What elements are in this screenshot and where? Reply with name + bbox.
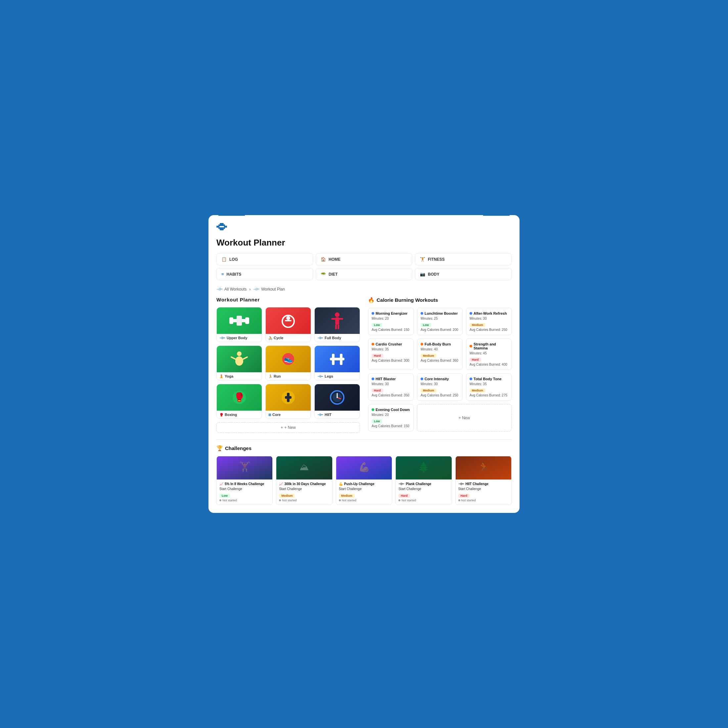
challenge-icon-2: 💪 — [339, 482, 343, 486]
workout-card-cycle[interactable]: 🚴 Cycle — [265, 307, 311, 342]
workout-label-core: ⊞ Core — [266, 411, 311, 419]
diff-badge-8: Medium — [470, 388, 485, 393]
breadcrumb-workout-plan[interactable]: ⊣⊢ Workout Plan — [253, 287, 285, 292]
workout-img-hiit — [315, 384, 360, 411]
calorie-section: 🔥 Calorie Burning Workouts Morning Energ… — [368, 297, 512, 433]
add-calorie-workout-button[interactable]: + New — [417, 404, 512, 431]
workout-label-hiit: ⊣⊢ HIIT — [315, 411, 360, 419]
workout-img-cycle — [266, 307, 311, 334]
svg-text:🏃: 🏃 — [477, 462, 489, 473]
status-dot-1 — [279, 499, 281, 501]
workout-card-core[interactable]: ⊞ Core — [265, 384, 311, 419]
workout-planner-title: Workout Planner — [216, 297, 360, 303]
status-dot-0 — [219, 499, 222, 501]
svg-point-20 — [235, 356, 243, 366]
challenge-img-0: 🏋 — [217, 456, 272, 479]
challenge-card-3[interactable]: 🌲 ⊣⊢ Plank Challenge Start Challenge Har… — [395, 456, 452, 505]
challenge-card-1[interactable]: ⛰ 📈 300k in 30 Days Challenge Start Chal… — [276, 456, 332, 505]
nav-home[interactable]: 🏠 HOME — [316, 253, 412, 265]
svg-rect-17 — [335, 324, 337, 329]
habits-icon: ≡ — [222, 272, 224, 277]
calorie-card-0[interactable]: Morning Energizer Minutes: 20 Low Avg Ca… — [368, 308, 414, 335]
diff-badge-9: Low — [372, 419, 382, 423]
add-workout-button[interactable]: + + New — [216, 422, 360, 433]
challenge-card-4[interactable]: 🏃 ⊣⊢ HIIT Challenge Start Challenge Hard… — [455, 456, 512, 505]
challenge-diff-4: Hard — [458, 494, 470, 498]
dot-2 — [470, 312, 472, 315]
breadcrumb-all-workouts[interactable]: ⊣⊢ All Workouts — [216, 287, 246, 292]
svg-text:🌲: 🌲 — [418, 462, 430, 473]
full-body-icon: ⊣⊢ — [317, 336, 323, 340]
workout-img-full-body — [315, 307, 360, 334]
workout-label-run: 🏃 Run — [266, 372, 311, 380]
challenge-card-0[interactable]: 🏋 📈 5% In 8 Weeks Challenge Start Challe… — [216, 456, 273, 505]
svg-rect-27 — [340, 354, 343, 365]
challenge-card-2[interactable]: 💪 💪 Push-Up Challenge Start Challenge Me… — [336, 456, 392, 505]
workout-card-upper-body[interactable]: ⊣⊢ Upper Body — [216, 307, 262, 342]
workout-card-full-body[interactable]: ⊣⊢ Full Body — [314, 307, 360, 342]
dot-4 — [421, 343, 423, 346]
workout-card-legs[interactable]: ⊣⊢ Legs — [314, 346, 360, 381]
challenge-img-2: 💪 — [336, 456, 392, 479]
challenge-img-1: ⛰ — [276, 456, 332, 479]
diff-badge-6: Hard — [372, 388, 383, 393]
home-icon: 🏠 — [321, 257, 326, 262]
hiit-icon: ⊣⊢ — [317, 413, 323, 417]
workout-label-yoga: 🧘 Yoga — [217, 372, 262, 380]
diet-icon: 🥗 — [321, 272, 326, 277]
diff-badge-0: Low — [372, 323, 382, 327]
calorie-card-9[interactable]: Evening Cool Down Minutes: 20 Low Avg Ca… — [368, 404, 414, 431]
nav-fitness[interactable]: 🏋 FITNESS — [415, 253, 512, 265]
calorie-grid: Morning Energizer Minutes: 20 Low Avg Ca… — [368, 308, 512, 431]
nav-habits[interactable]: ≡ HABITS — [216, 268, 313, 280]
status-dot-3 — [398, 499, 401, 501]
nav-body[interactable]: 📷 BODY — [415, 268, 512, 280]
challenge-icon-0: 📈 — [219, 482, 223, 486]
trophy-icon: 🏆 — [216, 445, 223, 451]
dot-6 — [372, 378, 374, 380]
calorie-card-6[interactable]: HIIT Blaster Minutes: 30 Hard Avg Calori… — [368, 373, 414, 401]
calorie-card-4[interactable]: Full-Body Burn Minutes: 40 Medium Avg Ca… — [417, 338, 463, 370]
log-icon: 📋 — [222, 257, 227, 262]
svg-rect-18 — [338, 324, 339, 329]
workout-label-cycle: 🚴 Cycle — [266, 334, 311, 342]
calorie-card-2[interactable]: After-Work Refresh Minutes: 30 Medium Av… — [466, 308, 512, 335]
calorie-card-8[interactable]: Total Body Tone Minutes: 35 Medium Avg C… — [466, 373, 512, 401]
calorie-header: 🔥 Calorie Burning Workouts — [368, 297, 512, 303]
workout-card-hiit[interactable]: ⊣⊢ HIIT — [314, 384, 360, 419]
workout-img-core — [266, 384, 311, 411]
dot-8 — [470, 378, 472, 380]
svg-rect-12 — [285, 320, 292, 321]
workout-label-full-body: ⊣⊢ Full Body — [315, 334, 360, 342]
fire-icon: 🔥 — [368, 297, 375, 303]
challenge-img-4: 🏃 — [456, 456, 511, 479]
svg-text:💪: 💪 — [358, 462, 370, 473]
svg-point-19 — [237, 352, 242, 356]
workout-card-boxing[interactable]: 🥊 🥊 Boxing — [216, 384, 262, 419]
svg-text:🏋: 🏋 — [239, 461, 251, 473]
svg-line-22 — [243, 357, 247, 359]
workout-card-yoga[interactable]: 🧘 Yoga — [216, 346, 262, 381]
challenges-section: 🏆 Challenges 🏋 📈 5% I — [216, 439, 512, 505]
diff-badge-5: Hard — [470, 358, 481, 362]
calorie-card-1[interactable]: Lunchtime Booster Minutes: 25 Low Avg Ca… — [417, 308, 463, 335]
dot-9 — [372, 408, 374, 411]
calorie-card-7[interactable]: Core Intensity Minutes: 30 Medium Avg Ca… — [417, 373, 463, 401]
app-logo — [216, 223, 227, 232]
core-icon: ⊞ — [268, 413, 271, 417]
svg-point-37 — [336, 397, 338, 398]
nav-diet[interactable]: 🥗 DIET — [316, 268, 412, 280]
nav-log[interactable]: 📋 LOG — [216, 253, 313, 265]
calorie-card-5[interactable]: Strength and Stamina Minutes: 45 Hard Av… — [466, 338, 512, 370]
svg-point-13 — [335, 312, 340, 317]
dot-0 — [372, 312, 374, 315]
dot-7 — [421, 378, 423, 380]
challenge-diff-3: Hard — [398, 494, 410, 498]
svg-point-11 — [286, 316, 290, 320]
challenge-diff-1: Medium — [279, 494, 295, 498]
workout-card-run[interactable]: 👟 🏃 Run — [265, 346, 311, 381]
breadcrumb: ⊣⊢ All Workouts › ⊣⊢ Workout Plan — [216, 287, 512, 292]
calorie-card-3[interactable]: Cardio Crusher Minutes: 35 Hard Avg Calo… — [368, 338, 414, 370]
challenge-diff-0: Low — [219, 494, 230, 498]
run-icon: 🏃 — [268, 375, 272, 378]
